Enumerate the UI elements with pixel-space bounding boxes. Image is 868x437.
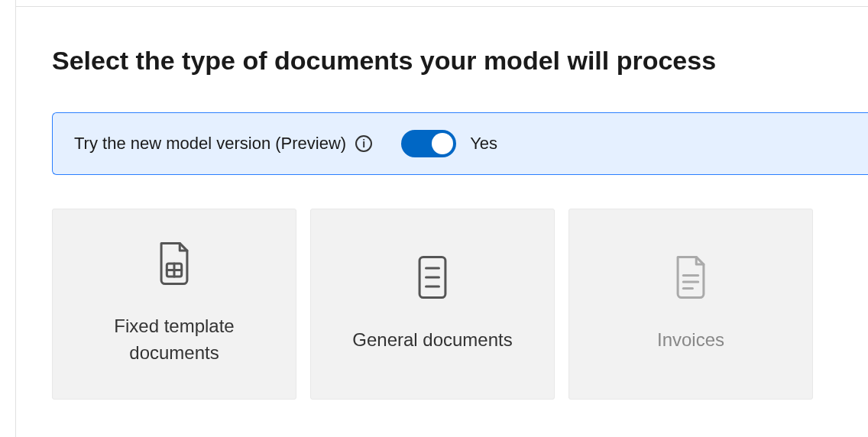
card-invoices[interactable]: Invoices (568, 209, 813, 400)
preview-toggle[interactable] (401, 130, 456, 157)
card-fixed-template-documents[interactable]: Fixed template documents (52, 209, 296, 400)
preview-banner-label: Try the new model version (Preview) (74, 134, 346, 154)
page-title: Select the type of documents your model … (52, 46, 868, 76)
card-label: General documents (352, 327, 512, 354)
card-general-documents[interactable]: General documents (310, 209, 555, 400)
panel-left-divider (15, 0, 16, 437)
card-label: Fixed template documents (68, 313, 280, 367)
preview-banner: Try the new model version (Preview) i Ye… (52, 112, 868, 175)
fixed-template-document-icon (155, 241, 193, 286)
general-document-icon (413, 255, 452, 299)
card-label: Invoices (657, 327, 724, 354)
panel-top-divider (15, 6, 868, 7)
info-icon[interactable]: i (355, 135, 372, 152)
toggle-thumb (432, 133, 453, 154)
preview-toggle-state: Yes (470, 134, 497, 154)
invoice-document-icon (672, 255, 710, 299)
document-type-cards: Fixed template documents General documen… (52, 209, 868, 400)
